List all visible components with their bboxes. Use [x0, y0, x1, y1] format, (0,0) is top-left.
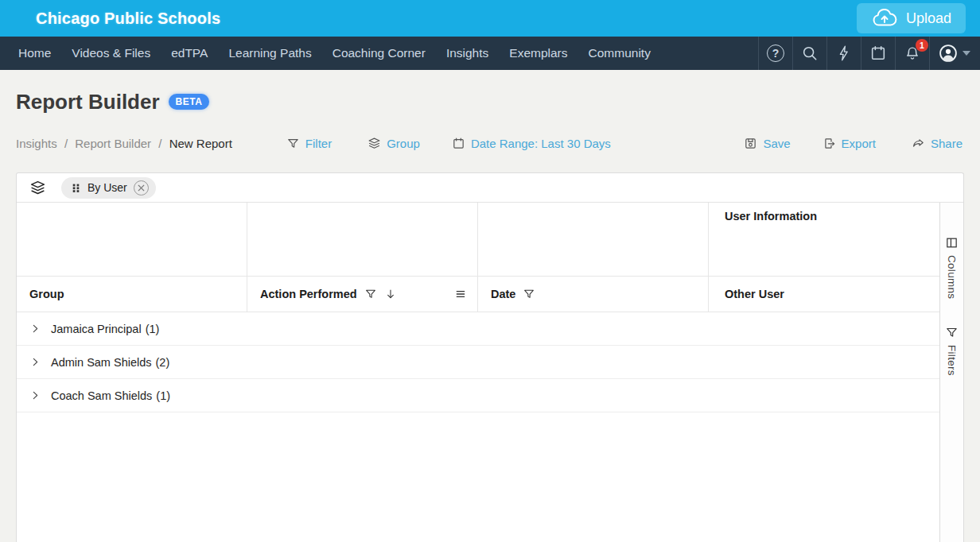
- filter-funnel-icon: [945, 326, 959, 339]
- main-nav: Home Videos & Files edTPA Learning Paths…: [0, 37, 980, 70]
- save-button[interactable]: Save: [744, 137, 790, 150]
- notification-count-badge: 1: [916, 39, 928, 52]
- breadcrumb-new-report: New Report: [169, 137, 232, 150]
- nav-icon-tray: ?: [758, 37, 980, 70]
- column-filter-funnel-icon[interactable]: [364, 288, 377, 300]
- org-title: Chicago Public Schools: [36, 10, 220, 28]
- breadcrumb-separator: /: [158, 137, 161, 150]
- group-by-user-chip[interactable]: By User: [61, 177, 156, 199]
- filter-funnel-icon: [286, 137, 300, 150]
- nav-item-learning-paths[interactable]: Learning Paths: [218, 46, 321, 60]
- search-button[interactable]: [792, 37, 826, 70]
- group-row-count: (1): [156, 389, 170, 402]
- chevron-right-icon[interactable]: [30, 357, 41, 367]
- grid-icon: [71, 183, 81, 193]
- column-menu-icon[interactable]: [454, 288, 467, 300]
- cloud-upload-icon: [871, 9, 898, 29]
- chevron-right-icon[interactable]: [30, 323, 41, 334]
- report-toolbar: Insights / Report Builder / New Report F…: [16, 132, 964, 154]
- filter-button[interactable]: Filter: [286, 137, 332, 150]
- account-menu-button[interactable]: [929, 37, 980, 70]
- column-header-other-user[interactable]: Other User: [709, 277, 939, 312]
- columns-tab-label: Columns: [946, 255, 958, 299]
- nav-links: Home Videos & Files edTPA Learning Paths…: [0, 37, 661, 70]
- breadcrumb-separator: /: [64, 137, 68, 150]
- share-button[interactable]: Share: [912, 137, 962, 150]
- search-icon: [801, 45, 819, 62]
- group-row-count: (1): [146, 323, 160, 335]
- upload-label: Upload: [906, 10, 951, 27]
- upload-button[interactable]: Upload: [857, 3, 966, 33]
- nav-item-insights[interactable]: Insights: [436, 46, 499, 60]
- column-filter-funnel-icon[interactable]: [523, 288, 535, 300]
- breadcrumb-report-builder[interactable]: Report Builder: [75, 137, 151, 150]
- nav-item-coaching-corner[interactable]: Coaching Corner: [322, 46, 436, 60]
- group-row-admin-sam-shields[interactable]: Admin Sam Shields (2): [17, 346, 939, 379]
- save-label: Save: [763, 137, 790, 150]
- report-table: By User User Information Group: [16, 172, 964, 542]
- column-header-action-performed[interactable]: Action Performed: [247, 277, 478, 312]
- column-label: Action Performed: [260, 288, 357, 300]
- filters-tab-label: Filters: [946, 345, 958, 376]
- lightning-bolt-icon: [835, 45, 853, 62]
- help-icon: ?: [767, 45, 784, 62]
- group-button[interactable]: Group: [368, 137, 420, 150]
- user-avatar-icon: [939, 45, 957, 62]
- save-disk-icon: [744, 137, 757, 150]
- beta-badge: BETA: [169, 94, 210, 110]
- calendar-icon: [869, 45, 887, 62]
- notifications-button[interactable]: 1: [895, 37, 929, 70]
- columns-icon: [945, 236, 959, 250]
- columns-panel-tab[interactable]: Columns: [945, 236, 959, 299]
- column-header-group[interactable]: Group: [17, 277, 247, 312]
- nav-item-exemplars[interactable]: Exemplars: [499, 46, 578, 60]
- group-row-label: Coach Sam Shields: [51, 389, 152, 402]
- group-row-label: Jamaica Principal: [51, 323, 142, 335]
- share-arrow-icon: [912, 137, 925, 150]
- date-range-label: Date Range: Last 30 Days: [471, 137, 611, 150]
- column-label: Date: [491, 288, 515, 300]
- column-header-date[interactable]: Date: [478, 277, 709, 312]
- layers-icon: [368, 137, 381, 150]
- breadcrumb-insights[interactable]: Insights: [16, 137, 57, 150]
- activity-button[interactable]: [826, 37, 861, 70]
- column-label: Group: [29, 288, 64, 300]
- group-row-count: (2): [156, 356, 170, 369]
- filter-label: Filter: [305, 137, 332, 150]
- brand-bar: Chicago Public Schools Upload: [0, 0, 980, 37]
- group-row-label: Admin Sam Shields: [51, 356, 152, 369]
- nav-item-community[interactable]: Community: [578, 46, 661, 60]
- export-doc-icon: [822, 137, 836, 150]
- chevron-right-icon[interactable]: [30, 390, 41, 401]
- filters-panel-tab[interactable]: Filters: [945, 326, 959, 376]
- column-label: Other User: [725, 288, 784, 300]
- column-group-user-information: User Information: [709, 203, 939, 276]
- side-panel-tabs: Columns Filters: [939, 203, 963, 542]
- column-group-cell: [478, 203, 709, 276]
- sort-descending-arrow-icon[interactable]: [384, 288, 397, 300]
- column-group-cell: [17, 203, 247, 276]
- chip-label: By User: [88, 181, 127, 194]
- date-range-button[interactable]: Date Range: Last 30 Days: [452, 137, 611, 150]
- grouping-layers-icon[interactable]: [29, 180, 46, 196]
- nav-item-edtpa[interactable]: edTPA: [161, 46, 218, 60]
- export-button[interactable]: Export: [822, 137, 876, 150]
- calendar-icon: [452, 137, 465, 150]
- share-label: Share: [931, 137, 962, 150]
- remove-chip-button[interactable]: [134, 180, 149, 196]
- empty-area: [17, 412, 939, 542]
- group-row-jamaica-principal[interactable]: Jamaica Principal (1): [17, 312, 939, 346]
- nav-item-home[interactable]: Home: [8, 46, 61, 60]
- column-group-header-row: User Information: [17, 203, 939, 277]
- export-label: Export: [842, 137, 876, 150]
- grid-area: User Information Group Action Performed: [17, 203, 939, 542]
- help-button[interactable]: ?: [758, 37, 792, 70]
- calendar-button[interactable]: [861, 37, 895, 70]
- nav-item-videos-files[interactable]: Videos & Files: [61, 46, 161, 60]
- page-header: Report Builder BETA: [16, 89, 964, 114]
- chevron-down-icon: [962, 51, 970, 56]
- column-group-cell: [247, 203, 478, 276]
- close-icon: [138, 184, 145, 192]
- grouping-bar: By User: [17, 173, 963, 203]
- group-row-coach-sam-shields[interactable]: Coach Sam Shields (1): [17, 379, 939, 412]
